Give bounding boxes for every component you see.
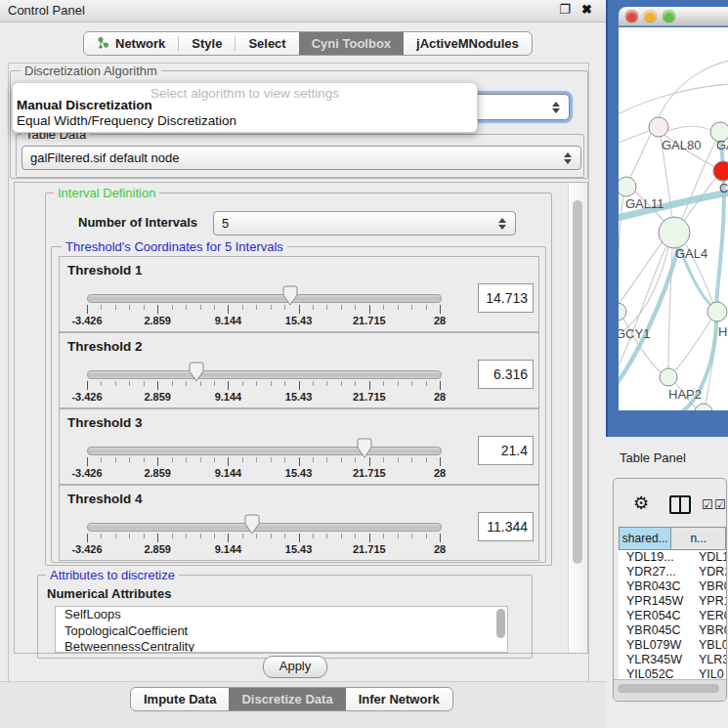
table-row[interactable]: YDR27...YDR2 — [619, 565, 726, 579]
threshold-value-field[interactable]: 14.713 — [478, 283, 534, 313]
tab-jactivemnodules[interactable]: jActiveMNodules — [404, 32, 532, 55]
table-row[interactable]: YER054CYER0 — [619, 609, 726, 623]
cell-name: YBR0 — [699, 623, 726, 638]
threshold-slider-track[interactable] — [87, 294, 442, 303]
slider-handle[interactable] — [282, 285, 298, 306]
threshold-value-field[interactable]: 11.344 — [478, 512, 534, 541]
tick-label: 15.43 — [285, 391, 313, 403]
minimize-traffic-light-icon[interactable] — [644, 10, 657, 22]
slider-handle[interactable] — [357, 438, 372, 458]
tab-infer-network[interactable]: Infer Network — [346, 688, 452, 710]
popup-item[interactable]: Manual Discretization — [17, 98, 152, 112]
tick-label: -3.426 — [71, 391, 102, 403]
table-toolbar: ⚙ ☑ ☑ — [614, 479, 726, 524]
network-icon — [97, 36, 109, 52]
threshold-slider-track[interactable] — [87, 523, 442, 532]
cell-shared-name: YLR345W — [626, 653, 682, 667]
node-label: HAP2 — [668, 387, 702, 402]
tab-label: Style — [192, 36, 222, 51]
checkbox-icon[interactable]: ☑ — [714, 497, 726, 512]
network-node-gal80[interactable] — [649, 117, 668, 137]
tick-label: 28 — [434, 391, 446, 403]
column-header-shared[interactable]: shared... — [619, 527, 671, 550]
vertical-scrollbar[interactable] — [568, 183, 587, 653]
gear-icon[interactable]: ⚙ — [633, 494, 649, 512]
network-node-gcy1[interactable] — [619, 303, 626, 321]
number-of-intervals-value: 5 — [222, 216, 229, 231]
tab-cyni-toolbox[interactable]: Cyni Toolbox — [299, 32, 404, 55]
cell-shared-name: YDL19... — [626, 550, 674, 565]
attribute-list-item[interactable]: SelfLoops — [56, 607, 507, 623]
tick-label: 15.43 — [285, 543, 313, 555]
slider-handle[interactable] — [189, 362, 204, 382]
cell-name: YBR0 — [699, 579, 726, 594]
threshold-label: Threshold 3 — [67, 415, 143, 430]
number-of-intervals-combobox[interactable]: 5 — [213, 211, 516, 236]
table-row[interactable]: YBL079WYBL0 — [619, 638, 726, 653]
cell-shared-name: YBR043C — [626, 579, 681, 594]
network-node[interactable] — [695, 404, 712, 410]
slider-handle[interactable] — [244, 514, 260, 535]
table-row[interactable]: YLR345WYLR3 — [619, 653, 726, 667]
close-icon[interactable]: ✖ — [581, 2, 592, 17]
network-window-titlebar — [619, 7, 728, 26]
cell-name: YBL0 — [699, 638, 726, 653]
tab-label: Infer Network — [359, 692, 440, 707]
tab-discretize-data[interactable]: Discretize Data — [229, 688, 345, 710]
table-panel-window: ⚙ ☑ ☑ shared... n... YDL19...YDL1YDR27..… — [613, 478, 727, 702]
tab-network[interactable]: Network — [84, 32, 178, 55]
zoom-traffic-light-icon[interactable] — [663, 10, 675, 22]
horizontal-scrollbar[interactable] — [614, 679, 726, 701]
table-row[interactable]: YDL19...YDL1 — [619, 550, 726, 565]
table-data-combobox[interactable]: galFiltered.sif default node — [21, 146, 581, 170]
threshold-value-field[interactable]: 21.4 — [478, 436, 534, 465]
network-node-hap2[interactable] — [660, 368, 677, 386]
threshold-slider-track[interactable] — [87, 370, 442, 379]
network-node-gal4[interactable] — [659, 217, 690, 248]
network-node[interactable] — [713, 161, 728, 181]
checkbox-icon[interactable]: ☑ — [702, 497, 713, 512]
slider-major-ticks — [87, 534, 441, 542]
close-traffic-light-icon[interactable] — [625, 10, 638, 22]
tab-label: Impute Data — [144, 692, 216, 707]
network-node-gal11[interactable] — [619, 177, 636, 196]
bottom-tab-bar: Impute DataDiscretize DataInfer Network — [130, 687, 453, 711]
split-column-icon[interactable] — [669, 495, 691, 514]
attribute-list-item[interactable]: TopologicalCoefficient — [56, 623, 507, 640]
threshold-value-field[interactable]: 6.316 — [478, 360, 534, 389]
slider-major-ticks — [87, 305, 441, 314]
list-scrollbar-thumb[interactable] — [496, 609, 505, 638]
top-tab-bar: NetworkStyleSelectCyni ToolboxjActiveMNo… — [83, 31, 533, 56]
horizontal-scrollbar-thumb[interactable] — [618, 684, 719, 693]
table-row[interactable]: YBR043CYBR0 — [619, 579, 726, 594]
table-row[interactable]: YPR145WYPR1 — [619, 594, 726, 609]
numerical-attributes-list[interactable]: SelfLoopsTopologicalCoefficientBetweenne… — [55, 606, 508, 653]
popup-item[interactable]: Equal Width/Frequency Discretization — [17, 113, 236, 128]
threshold-slider-track[interactable] — [87, 447, 442, 455]
tick-label: 15.43 — [285, 315, 313, 326]
network-canvas[interactable]: GAL80GACGAL11GAL4GCY1HHAP2 — [619, 27, 728, 410]
tab-impute-data[interactable]: Impute Data — [131, 688, 229, 710]
tick-label: 21.715 — [353, 543, 386, 555]
tick-label: 9.144 — [215, 467, 242, 479]
vertical-scrollbar-thumb[interactable] — [573, 200, 582, 564]
table-rows: YDL19...YDL1YDR27...YDR2YBR043CYBR0YPR14… — [619, 550, 726, 680]
node-label: GAL4 — [675, 246, 707, 261]
apply-button[interactable]: Apply — [263, 656, 327, 678]
slider-major-ticks — [87, 457, 441, 466]
network-edge — [619, 195, 623, 301]
table-row[interactable]: YBR045CYBR0 — [619, 623, 726, 638]
network-node-h[interactable] — [707, 302, 727, 321]
tick-label: 15.43 — [285, 467, 313, 479]
tab-style[interactable]: Style — [179, 32, 235, 55]
cell-name: YDL1 — [699, 550, 726, 565]
attribute-list-item[interactable]: BetweennessCentrality — [56, 639, 507, 653]
cell-shared-name: YER054C — [626, 609, 681, 623]
node-label: GCY1 — [619, 326, 650, 341]
threshold-row: Threshold 2 6.316 -3.4262.8599.14415.432… — [59, 332, 539, 408]
float-icon[interactable]: ❐ — [559, 2, 571, 17]
numerical-attributes-label: Numerical Attributes — [47, 586, 171, 601]
combo-arrows-icon — [564, 152, 572, 164]
column-header-name[interactable]: n... — [671, 527, 726, 550]
tab-select[interactable]: Select — [236, 32, 298, 55]
